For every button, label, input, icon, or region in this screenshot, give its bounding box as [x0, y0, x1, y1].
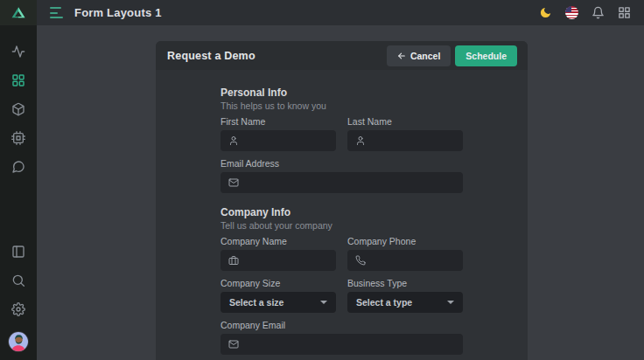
company-email-input[interactable]	[245, 339, 455, 350]
sidebar-nav-top	[11, 25, 25, 174]
user-icon	[228, 135, 239, 146]
company-name-inputbox[interactable]	[220, 250, 336, 271]
company-email-field: Company Email	[220, 320, 463, 355]
header-actions	[539, 6, 631, 19]
first-name-label: First Name	[220, 116, 336, 127]
first-name-field: First Name	[220, 116, 336, 151]
card-title: Request a Demo	[167, 50, 256, 62]
company-size-value: Select a size	[229, 297, 284, 308]
chevron-down-icon	[320, 301, 327, 304]
company-phone-label: Company Phone	[347, 236, 463, 246]
company-size-label: Company Size	[220, 278, 336, 288]
business-type-value: Select a type	[356, 297, 412, 308]
apps-grid-icon[interactable]	[618, 6, 631, 19]
email-address-field: Email Address	[220, 158, 463, 193]
mail-icon	[228, 339, 239, 350]
company-size-field: Company Size Select a size	[220, 278, 336, 313]
company-phone-field: Company Phone	[347, 236, 463, 271]
user-avatar[interactable]	[8, 331, 29, 352]
last-name-input[interactable]	[372, 135, 455, 146]
company-info-subheading: Tell us about your company	[220, 220, 463, 231]
personal-info-subheading: This helps us to know you	[220, 100, 463, 111]
sidebar	[0, 0, 37, 360]
app-logo[interactable]	[0, 0, 37, 25]
company-email-label: Company Email	[220, 320, 463, 330]
company-name-label: Company Name	[220, 236, 336, 246]
card-header: Request a Demo Cancel Schedule	[156, 41, 528, 70]
phone-icon	[355, 255, 366, 266]
last-name-inputbox[interactable]	[347, 130, 463, 151]
package-cube-icon[interactable]	[11, 102, 25, 116]
sidebar-nav-bottom	[8, 245, 29, 360]
cpu-icon[interactable]	[11, 131, 25, 145]
card-body: Personal Info This helps us to know you …	[156, 70, 528, 360]
top-header: Form Layouts 1	[37, 0, 644, 25]
user-icon	[355, 135, 366, 146]
email-address-label: Email Address	[220, 158, 463, 169]
settings-gear-icon[interactable]	[11, 302, 25, 316]
first-name-inputbox[interactable]	[220, 130, 336, 151]
schedule-button[interactable]: Schedule	[455, 45, 517, 66]
company-info-section: Company Info Tell us about your company …	[220, 207, 463, 355]
notifications-bell-icon[interactable]	[592, 6, 605, 19]
personal-info-section: Personal Info This helps us to know you …	[220, 87, 463, 193]
triangle-logo-icon	[10, 5, 27, 21]
mail-icon	[228, 177, 239, 188]
company-phone-input[interactable]	[372, 255, 455, 266]
company-name-input[interactable]	[245, 255, 328, 266]
menu-toggle-icon[interactable]	[50, 7, 65, 18]
company-name-field: Company Name	[220, 236, 336, 271]
email-address-input[interactable]	[245, 177, 455, 188]
layout-panel-icon[interactable]	[11, 245, 25, 259]
last-name-field: Last Name	[347, 116, 463, 151]
chevron-down-icon	[447, 301, 454, 304]
arrow-left-icon	[397, 52, 406, 60]
language-flag-icon[interactable]	[565, 6, 578, 19]
cancel-button-label: Cancel	[410, 51, 440, 61]
request-demo-card: Request a Demo Cancel Schedule Personal …	[156, 41, 528, 360]
business-type-label: Business Type	[347, 278, 463, 288]
email-address-inputbox[interactable]	[220, 172, 463, 193]
business-type-field: Business Type Select a type	[347, 278, 463, 313]
first-name-input[interactable]	[245, 135, 328, 146]
business-type-select[interactable]: Select a type	[347, 292, 463, 313]
search-icon[interactable]	[11, 273, 25, 287]
company-info-heading: Company Info	[220, 207, 463, 218]
cancel-button[interactable]: Cancel	[387, 45, 451, 66]
last-name-label: Last Name	[347, 116, 463, 127]
personal-info-heading: Personal Info	[220, 87, 463, 99]
company-phone-inputbox[interactable]	[347, 250, 463, 271]
company-size-select[interactable]: Select a size	[220, 292, 336, 313]
theme-moon-icon[interactable]	[539, 6, 552, 19]
grid-modules-icon[interactable]	[11, 73, 25, 87]
company-email-inputbox[interactable]	[220, 334, 463, 355]
chat-bubble-icon[interactable]	[11, 160, 25, 174]
schedule-button-label: Schedule	[466, 51, 507, 61]
card-actions: Cancel Schedule	[387, 45, 517, 66]
page-title: Form Layouts 1	[74, 6, 162, 19]
briefcase-icon	[228, 255, 239, 266]
activity-icon[interactable]	[11, 45, 25, 59]
